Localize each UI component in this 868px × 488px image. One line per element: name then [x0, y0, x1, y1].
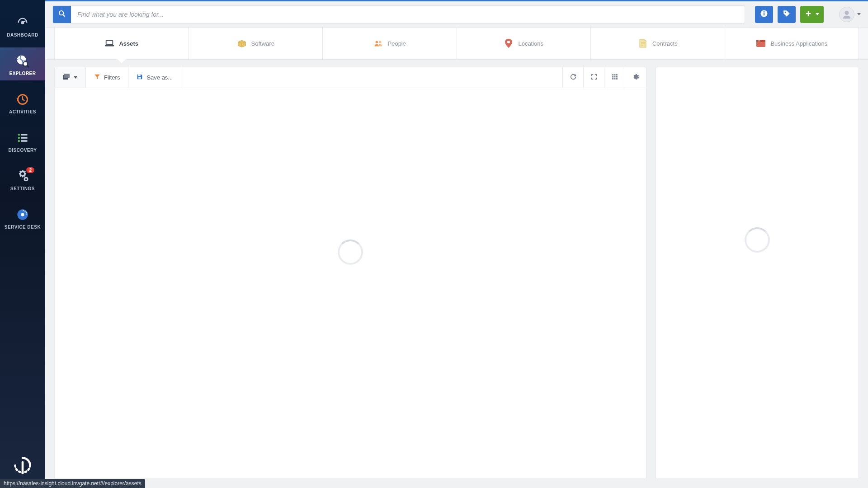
sidebar-item-label: SETTINGS	[10, 186, 35, 191]
filters-button[interactable]: Filters	[86, 67, 128, 88]
sidebar-item-label: SERVICE DESK	[5, 225, 41, 230]
settings-badge: 2	[26, 167, 34, 173]
svg-point-6	[18, 134, 20, 136]
sidebar-item-explorer[interactable]: EXPLORER	[0, 47, 45, 80]
topbar-actions	[755, 6, 861, 23]
svg-point-10	[18, 140, 20, 142]
add-button[interactable]	[800, 6, 824, 23]
info-icon	[760, 9, 768, 19]
box-icon	[237, 39, 247, 47]
svg-point-8	[18, 137, 20, 139]
save-as-button[interactable]: Save as...	[128, 67, 181, 88]
app-logo-icon	[13, 455, 33, 477]
svg-rect-47	[612, 76, 613, 77]
sidebar-item-label: DASHBOARD	[7, 33, 38, 38]
svg-rect-43	[138, 77, 141, 79]
avatar	[839, 7, 854, 22]
svg-rect-44	[612, 74, 613, 75]
search-button[interactable]	[53, 6, 71, 23]
toolbar-spacer	[181, 67, 563, 88]
svg-point-38	[758, 41, 759, 42]
svg-rect-23	[764, 13, 764, 15]
tab-business-applications[interactable]: Business Applications	[725, 28, 859, 59]
sidebar-item-label: ACTIVITIES	[9, 109, 36, 114]
tab-label: Contracts	[652, 40, 678, 47]
svg-point-3	[23, 61, 28, 66]
sidebar-item-discovery[interactable]: DISCOVERY	[0, 124, 45, 157]
search-input[interactable]	[71, 6, 745, 23]
tab-people[interactable]: People	[323, 28, 457, 59]
svg-rect-29	[105, 45, 114, 47]
tab-locations[interactable]: Locations	[457, 28, 591, 59]
filters-label: Filters	[104, 74, 120, 81]
svg-rect-52	[616, 78, 617, 79]
left-sidebar: DASHBOARD EXPLORER ACTIVITIES	[0, 0, 45, 488]
info-button[interactable]	[755, 6, 773, 23]
tab-label: Locations	[518, 40, 543, 47]
sidebar-item-settings[interactable]: 2 SETTINGS	[0, 163, 45, 196]
svg-point-30	[375, 41, 378, 44]
refresh-icon	[570, 73, 577, 82]
sidebar-item-activities[interactable]: ACTIVITIES	[0, 86, 45, 119]
svg-rect-45	[614, 74, 615, 75]
plus-icon	[805, 10, 811, 19]
refresh-button[interactable]	[563, 67, 584, 88]
svg-rect-11	[21, 140, 28, 142]
search-wrap	[52, 5, 745, 23]
details-panel	[656, 67, 859, 479]
tab-contracts[interactable]: Contracts	[591, 28, 725, 59]
svg-point-27	[844, 10, 849, 14]
sidebar-item-label: EXPLORER	[9, 71, 36, 76]
sidebar-item-dashboard[interactable]: DASHBOARD	[0, 9, 45, 42]
main-area: Filters Save as...	[54, 67, 859, 479]
gear-icon	[632, 73, 639, 82]
settings-columns-button[interactable]	[625, 67, 646, 88]
status-bar-link: https://nasales-insight.cloud.invgate.ne…	[0, 479, 145, 488]
svg-point-39	[759, 41, 760, 42]
svg-rect-28	[106, 41, 113, 45]
chevron-down-icon	[816, 13, 819, 15]
user-menu[interactable]	[839, 7, 861, 22]
application-window-icon	[756, 39, 766, 47]
svg-point-19	[59, 11, 63, 15]
sidebar-item-service-desk[interactable]: SERVICE DESK	[0, 201, 45, 234]
tab-label: Software	[251, 40, 274, 47]
filter-icon	[94, 74, 100, 81]
explorer-tabs: Assets Software People Loc	[45, 27, 868, 60]
speedometer-icon	[15, 15, 30, 30]
people-icon	[373, 39, 383, 47]
svg-point-31	[378, 41, 381, 44]
laptop-icon	[104, 39, 114, 47]
list-icon	[15, 131, 30, 145]
svg-point-12	[21, 172, 24, 175]
svg-rect-42	[138, 75, 141, 76]
svg-point-14	[25, 178, 27, 180]
svg-point-22	[764, 11, 765, 12]
svg-rect-46	[616, 74, 617, 75]
grid-view-button[interactable]	[604, 67, 625, 88]
results-toolbar: Filters Save as...	[55, 67, 646, 88]
loading-spinner-icon	[338, 239, 363, 265]
top-bar	[45, 0, 868, 27]
tab-label: Assets	[119, 40, 138, 47]
svg-rect-49	[616, 76, 617, 77]
sidebar-item-label: DISCOVERY	[8, 148, 37, 153]
svg-point-24	[785, 11, 786, 13]
tag-button[interactable]	[778, 6, 796, 23]
svg-rect-41	[64, 74, 70, 78]
tab-assets[interactable]: Assets	[54, 28, 189, 59]
svg-rect-50	[612, 78, 613, 79]
document-icon	[638, 39, 648, 47]
views-dropdown[interactable]	[55, 67, 86, 88]
svg-line-20	[63, 14, 65, 16]
fullscreen-button[interactable]	[584, 67, 604, 88]
expand-icon	[591, 74, 597, 82]
results-body	[55, 88, 646, 479]
clock-history-icon	[15, 92, 30, 107]
svg-point-32	[507, 41, 510, 43]
cards-stack-icon	[63, 74, 70, 81]
grid-icon	[612, 74, 618, 82]
location-pin-icon	[504, 39, 514, 47]
tab-software[interactable]: Software	[189, 28, 323, 59]
service-desk-icon	[15, 207, 30, 222]
